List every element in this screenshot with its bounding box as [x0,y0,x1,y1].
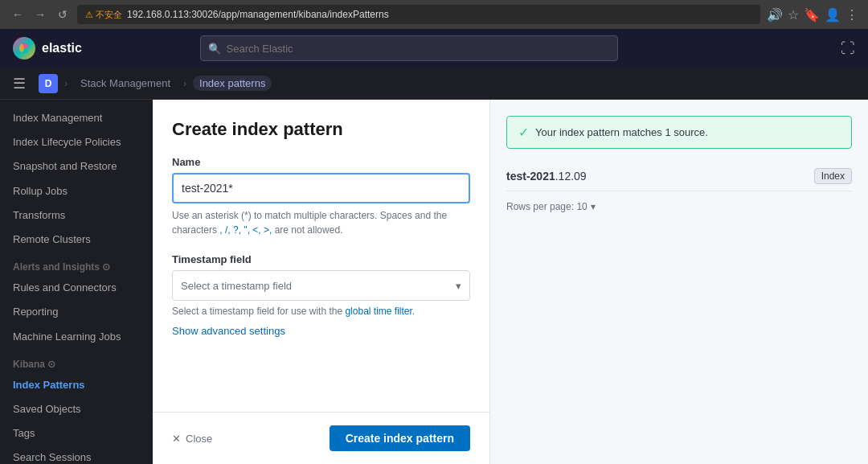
match-banner: ✓ Your index pattern matches 1 source. [506,116,852,149]
timestamp-placeholder: Select a timestamp field [181,280,292,292]
user-logo: D [39,74,58,93]
sidebar-item-rules-connectors[interactable]: Rules and Connectors [0,276,153,300]
sidebar-item-remote-clusters[interactable]: Remote Clusters [0,228,153,252]
chevron-down-icon: ▾ [456,280,461,292]
timestamp-label: Timestamp field [172,253,470,265]
sidebar: Index Management Index Lifecycle Policie… [0,100,153,464]
breadcrumb-index-patterns[interactable]: Index patterns [193,76,272,91]
back-button[interactable]: ← [10,6,26,23]
index-name: test-2021.12.09 [506,170,587,183]
svg-point-3 [19,44,24,52]
modal-overlay: Create index pattern Name Use an asteris… [153,100,868,464]
browser-chrome: ← → ↺ ⚠ 不安全 192.168.0.113:30026/app/mana… [0,0,868,29]
sidebar-item-index-patterns[interactable]: Index Patterns [0,373,153,397]
sidebar-item-ml-jobs[interactable]: Machine Learning Jobs [0,325,153,349]
breadcrumb-separator-1: › [64,78,68,89]
main-layout: Index Management Index Lifecycle Policie… [0,100,868,464]
timestamp-select[interactable]: Select a timestamp field ▾ [172,270,470,301]
modal-title: Create index pattern [172,119,470,140]
timestamp-section: Timestamp field Select a timestamp field… [172,253,470,337]
hint-link: , /, ?, ", <, >, [219,224,272,236]
section-alerts-label: Alerts and Insights ⊙ [0,252,153,276]
index-result-row: test-2021.12.09 Index [506,162,852,191]
breadcrumb-bar: ☰ D › Stack Management › Index patterns [0,68,868,100]
breadcrumb-separator-2: › [183,78,186,89]
profile-icon[interactable]: 👤 [825,7,841,23]
sidebar-item-index-lifecycle[interactable]: Index Lifecycle Policies [0,130,153,154]
name-label: Name [172,156,470,168]
elastic-logo[interactable]: elastic [13,37,82,60]
index-name-rest: .12.09 [555,170,587,183]
reload-button[interactable]: ↺ [55,6,71,23]
menu-icon[interactable]: ⋮ [845,7,858,23]
close-modal-button[interactable]: ✕ Close [172,433,212,445]
sidebar-item-tags[interactable]: Tags [0,421,153,446]
sidebar-item-transforms[interactable]: Transforms [0,203,153,228]
name-hint: Use an asterisk (*) to match multiple ch… [172,208,470,237]
breadcrumb-stack-management[interactable]: Stack Management [74,76,177,91]
sidebar-item-reporting[interactable]: Reporting [0,300,153,324]
elastic-label: elastic [42,41,82,55]
logo-icon [13,37,35,60]
content-area: Index p Create and ma 🔍 Pattern ↑ Defaul… [153,100,868,464]
hamburger-menu[interactable]: ☰ [13,75,26,92]
timestamp-hint: Select a timestamp field for use with th… [172,306,470,317]
address-text: 192.168.0.113:30026/app/management/kiban… [127,9,389,20]
security-warning: ⚠ 不安全 [85,9,122,21]
index-name-bold: test-2021 [506,170,555,183]
global-time-link: global time filter [345,306,411,317]
volume-icon[interactable]: 🔊 [767,7,783,23]
browser-actions: 🔊 ☆ 🔖 👤 ⋮ [767,7,858,23]
global-search[interactable]: 🔍 [200,35,618,61]
checkmark-icon: ✓ [518,125,529,140]
close-x-icon: ✕ [172,433,181,445]
expand-icon[interactable]: ⛶ [841,40,855,57]
create-index-pattern-button[interactable]: Create index pattern [330,425,470,451]
modal-right-panel: ✓ Your index pattern matches 1 source. t… [490,100,868,464]
index-badge: Index [814,168,852,184]
modal-footer: ✕ Close Create index pattern [153,412,489,464]
sidebar-item-saved-objects[interactable]: Saved Objects [0,397,153,421]
modal-body: Create index pattern Name Use an asteris… [153,100,489,412]
match-text: Your index pattern matches 1 source. [535,126,708,138]
sidebar-item-index-management[interactable]: Index Management [0,106,153,130]
app-header: elastic 🔍 ⛶ [0,29,868,68]
name-input[interactable] [172,173,470,203]
search-input[interactable] [200,35,618,61]
star-icon[interactable]: ☆ [788,7,799,23]
section-kibana-label: Kibana ⊙ [0,349,153,373]
bookmark-icon[interactable]: 🔖 [804,7,820,23]
close-label: Close [186,433,212,445]
sidebar-item-search-sessions[interactable]: Search Sessions [0,446,153,464]
search-icon: 🔍 [208,43,221,55]
modal-panel: Create index pattern Name Use an asteris… [153,100,490,464]
sidebar-item-snapshot-restore[interactable]: Snapshot and Restore [0,154,153,179]
sidebar-item-rollup-jobs[interactable]: Rollup Jobs [0,179,153,203]
address-bar[interactable]: ⚠ 不安全 192.168.0.113:30026/app/management… [77,5,760,24]
show-advanced-link[interactable]: Show advanced settings [172,325,285,337]
forward-button[interactable]: → [32,6,48,23]
rows-per-page-right: Rows per page: 10 ▾ [506,201,852,212]
chevron-rows-icon: ▾ [591,201,596,212]
